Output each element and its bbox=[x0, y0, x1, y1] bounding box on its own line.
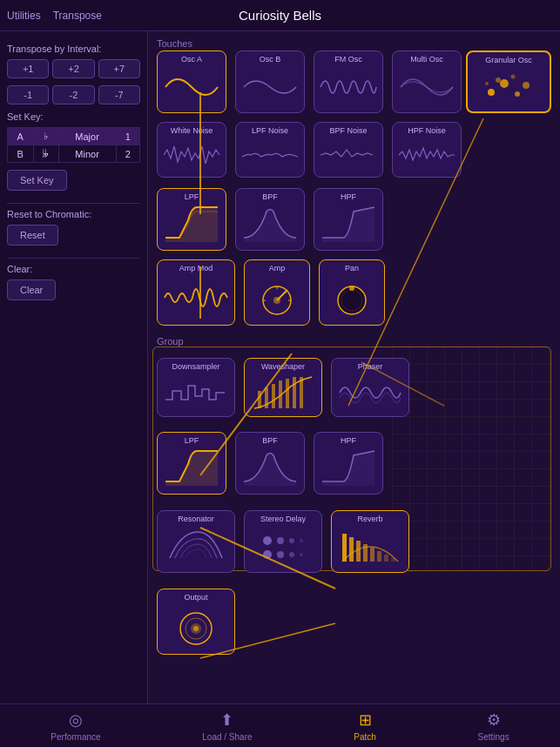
interval-plus1[interactable]: +1 bbox=[7, 59, 49, 78]
svg-rect-38 bbox=[356, 541, 361, 562]
tab-settings[interactable]: ⚙ Settings bbox=[478, 710, 509, 742]
svg-point-7 bbox=[488, 89, 495, 96]
granular-osc-visual bbox=[471, 66, 546, 108]
svg-rect-42 bbox=[384, 555, 388, 562]
bpf2-visual bbox=[240, 447, 300, 490]
white-noise-label: White Noise bbox=[171, 126, 213, 135]
reset-button[interactable]: Reset bbox=[7, 225, 58, 246]
lpf2-label: LPF bbox=[185, 436, 199, 445]
hpf2-visual bbox=[318, 447, 379, 490]
interval-plus2[interactable]: +2 bbox=[52, 59, 94, 78]
node-stereo-delay[interactable]: Stereo Delay bbox=[244, 510, 322, 573]
hpf1-label: HPF bbox=[341, 192, 356, 201]
osc-b-label: Osc B bbox=[260, 55, 281, 64]
node-lpf2[interactable]: LPF bbox=[157, 432, 226, 495]
fm-osc-label: FM Osc bbox=[334, 55, 362, 64]
node-bpf1[interactable]: BPF bbox=[235, 188, 305, 251]
svg-point-33 bbox=[277, 551, 284, 558]
key-row-a[interactable]: A ♭ Major 1 bbox=[8, 128, 140, 145]
node-fm-osc[interactable]: FM Osc bbox=[314, 50, 383, 113]
key-row-b[interactable]: B 𝄫 Minor 2 bbox=[8, 145, 140, 163]
node-bpf2[interactable]: BPF bbox=[235, 432, 305, 495]
node-waveshaper[interactable]: Waveshaper bbox=[244, 358, 322, 417]
node-resonator[interactable]: Resonator bbox=[157, 510, 235, 573]
lpf2-visual bbox=[161, 447, 222, 490]
pan-visual bbox=[323, 274, 381, 321]
interval-minus1[interactable]: -1 bbox=[7, 85, 49, 104]
lpf1-label: LPF bbox=[185, 192, 199, 201]
node-white-noise[interactable]: White Noise bbox=[157, 122, 226, 178]
node-output[interactable]: Output bbox=[157, 589, 235, 655]
stereo-delay-label: Stereo Delay bbox=[260, 515, 306, 523]
set-key-button[interactable]: Set Key bbox=[7, 170, 67, 191]
tab-performance-label: Performance bbox=[51, 732, 100, 742]
tab-load-share[interactable]: ⬆ Load / Share bbox=[202, 710, 252, 742]
svg-point-11 bbox=[496, 77, 501, 83]
node-osc-a[interactable]: Osc A bbox=[157, 50, 226, 113]
interval-plus7[interactable]: +7 bbox=[98, 59, 140, 78]
interval-minus2[interactable]: -2 bbox=[52, 85, 94, 104]
node-hpf-noise[interactable]: HPF Noise bbox=[392, 122, 462, 178]
key-num-b: 2 bbox=[116, 145, 139, 163]
tab-settings-label: Settings bbox=[478, 732, 509, 742]
node-pan[interactable]: Pan bbox=[319, 259, 385, 326]
settings-icon: ⚙ bbox=[487, 710, 501, 730]
group-grid bbox=[392, 347, 553, 571]
nav-transpose[interactable]: Transpose bbox=[53, 10, 102, 22]
nav-utilities[interactable]: Utilities bbox=[7, 10, 41, 22]
svg-point-29 bbox=[277, 537, 284, 544]
tab-performance[interactable]: ◎ Performance bbox=[51, 710, 100, 742]
lpf-noise-label: LPF Noise bbox=[252, 126, 288, 135]
node-granular-osc[interactable]: Granular Osc bbox=[466, 50, 551, 113]
fm-osc-visual bbox=[318, 65, 379, 109]
tab-patch-label: Patch bbox=[354, 732, 376, 742]
reverb-visual bbox=[335, 525, 405, 569]
node-amp-mod[interactable]: Amp Mod bbox=[157, 259, 235, 326]
svg-point-8 bbox=[500, 79, 509, 88]
amp-label: Amp bbox=[269, 264, 286, 273]
tab-bar: ◎ Performance ⬆ Load / Share ⊞ Patch ⚙ S… bbox=[0, 703, 560, 747]
svg-point-30 bbox=[289, 538, 294, 543]
node-multi-osc[interactable]: Multi Osc bbox=[392, 50, 462, 113]
lpf-noise-visual bbox=[240, 137, 300, 173]
svg-rect-26 bbox=[293, 377, 296, 408]
node-downsampler[interactable]: Downsampler bbox=[157, 358, 235, 417]
svg-rect-37 bbox=[349, 537, 354, 562]
svg-rect-40 bbox=[370, 548, 374, 562]
multi-osc-visual bbox=[396, 65, 457, 109]
interval-minus7[interactable]: -7 bbox=[98, 85, 140, 104]
key-note-b: B bbox=[8, 145, 34, 163]
canvas-area: Touches Osc A Osc B FM Osc bbox=[148, 31, 560, 703]
svg-rect-20 bbox=[392, 347, 553, 571]
osc-a-label: Osc A bbox=[181, 55, 202, 64]
nav-links[interactable]: Utilities Transpose bbox=[7, 10, 102, 22]
svg-point-31 bbox=[300, 539, 303, 542]
node-hpf2[interactable]: HPF bbox=[314, 432, 383, 495]
node-osc-b[interactable]: Osc B bbox=[235, 50, 305, 113]
hpf2-label: HPF bbox=[341, 436, 356, 445]
svg-rect-25 bbox=[286, 379, 289, 408]
clear-button[interactable]: Clear bbox=[7, 279, 56, 300]
node-bpf-noise[interactable]: BPF Noise bbox=[314, 122, 383, 178]
tab-load-share-label: Load / Share bbox=[202, 732, 252, 742]
osc-b-visual bbox=[240, 65, 300, 109]
stereo-delay-visual bbox=[248, 525, 318, 569]
clear-label: Clear: bbox=[7, 264, 140, 274]
svg-point-12 bbox=[511, 75, 516, 79]
waveshaper-visual bbox=[248, 373, 318, 413]
tab-patch[interactable]: ⊞ Patch bbox=[354, 710, 376, 742]
reset-label: Reset to Chromatic: bbox=[7, 209, 140, 219]
svg-point-9 bbox=[515, 91, 520, 97]
svg-point-10 bbox=[523, 82, 530, 89]
svg-rect-22 bbox=[265, 387, 268, 408]
key-scale-b: Minor bbox=[58, 145, 116, 163]
node-lpf1[interactable]: LPF bbox=[157, 188, 226, 251]
svg-rect-24 bbox=[279, 380, 282, 408]
hpf-noise-visual bbox=[396, 137, 457, 173]
node-lpf-noise[interactable]: LPF Noise bbox=[235, 122, 305, 178]
node-phaser[interactable]: Phaser bbox=[331, 358, 409, 417]
node-reverb[interactable]: Reverb bbox=[331, 510, 409, 573]
node-amp[interactable]: Amp bbox=[244, 259, 310, 326]
node-hpf1[interactable]: HPF bbox=[314, 188, 383, 251]
interval-positive-buttons: +1 +2 +7 bbox=[7, 59, 140, 78]
